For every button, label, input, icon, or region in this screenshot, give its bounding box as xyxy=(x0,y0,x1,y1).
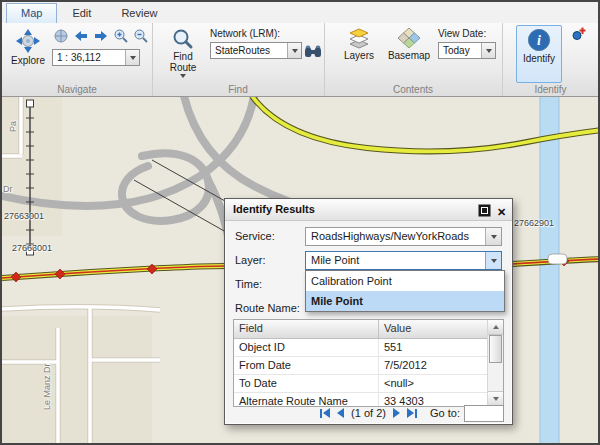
street-name-label: Dr xyxy=(3,184,13,194)
layer-value: Mile Point xyxy=(306,252,501,266)
time-label: Time: xyxy=(235,278,262,290)
previous-page-button[interactable] xyxy=(337,408,344,418)
dialog-title: Identify Results xyxy=(225,199,512,220)
page-count-text: (1 of 2) xyxy=(351,407,386,419)
network-lrm-label: Network (LRM): xyxy=(210,28,280,39)
layer-option-calibration-point[interactable]: Calibration Point xyxy=(306,271,504,291)
basemap-label: Basemap xyxy=(388,50,430,61)
table-header-row: Field Value xyxy=(234,320,488,339)
basemap-button[interactable]: Basemap xyxy=(384,25,434,83)
explore-button[interactable]: Explore xyxy=(6,25,50,83)
field-cell: To Date xyxy=(234,375,379,392)
table-row[interactable]: From Date 7/5/2012 xyxy=(234,357,488,375)
explore-icon xyxy=(15,26,41,55)
network-combo-arrow[interactable] xyxy=(287,43,301,58)
scrollbar-thumb[interactable] xyxy=(489,335,502,363)
identify-button[interactable]: i Identify xyxy=(516,25,562,83)
field-column-header[interactable]: Field xyxy=(234,320,379,338)
layers-button[interactable]: Layers xyxy=(336,25,382,83)
layer-label: Layer: xyxy=(235,254,266,266)
ribbon-group-contents: Layers Basemap View Date: Today Cont xyxy=(324,23,503,96)
value-cell: 7/5/2012 xyxy=(379,357,488,374)
field-cell: From Date xyxy=(234,357,379,374)
layer-dropdown-list: Calibration Point Mile Point xyxy=(305,270,505,312)
goto-label: Go to: xyxy=(430,407,460,419)
table-row[interactable]: Object ID 551 xyxy=(234,339,488,357)
table-row[interactable]: To Date <null> xyxy=(234,375,488,393)
identify-results-dialog: Identify Results ✕ Service: RoadsHighway… xyxy=(224,198,513,425)
find-route-dropdown-icon xyxy=(180,74,186,78)
ribbon-group-find: Find Route Network (LRM): StateRoutes Fi… xyxy=(152,23,325,96)
first-page-button[interactable] xyxy=(320,408,330,418)
tab-review[interactable]: Review xyxy=(106,3,172,23)
find-route-icon xyxy=(172,26,194,51)
attributes-table: Field Value Object ID 551 From Date 7/5/… xyxy=(233,319,504,407)
dialog-title-bar[interactable]: Identify Results ✕ xyxy=(225,199,512,221)
layer-combo[interactable]: Mile Point xyxy=(305,251,502,270)
value-cell: 551 xyxy=(379,339,488,356)
ribbon: Explore 1 : 36,112 xyxy=(2,23,598,97)
network-lrm-combo[interactable]: StateRoutes xyxy=(210,42,302,59)
last-page-button[interactable] xyxy=(407,408,417,418)
zoom-in-icon[interactable] xyxy=(112,27,130,45)
route-name-label: Route Name: xyxy=(235,302,300,314)
service-combo-arrow[interactable] xyxy=(485,228,501,245)
next-extent-icon[interactable] xyxy=(92,27,110,45)
service-value: RoadsHighways/NewYorkRoads xyxy=(306,228,501,242)
identify-route-icon[interactable] xyxy=(572,26,587,41)
find-group-label: Find xyxy=(152,84,324,95)
layer-option-mile-point[interactable]: Mile Point xyxy=(306,291,504,311)
ribbon-tab-bar: Map Edit Review xyxy=(2,2,598,23)
next-page-button[interactable] xyxy=(393,408,400,418)
navigate-icon-row xyxy=(52,27,150,45)
tab-edit[interactable]: Edit xyxy=(57,3,106,23)
scale-combo[interactable]: 1 : 36,112 xyxy=(52,49,140,66)
field-cell: Object ID xyxy=(234,339,379,356)
route-id-label: 27663001 xyxy=(4,211,44,221)
navigate-group-label: Navigate xyxy=(2,84,152,95)
value-column-header[interactable]: Value xyxy=(379,320,488,338)
find-route-label-line1: Find xyxy=(173,51,192,62)
find-route-label-line2: Route xyxy=(170,62,197,73)
layer-combo-arrow[interactable] xyxy=(485,252,501,269)
full-extent-icon[interactable] xyxy=(52,27,70,45)
ribbon-group-navigate: Explore 1 : 36,112 xyxy=(2,23,153,96)
street-name-label: Pa xyxy=(8,121,18,132)
contents-group-label: Contents xyxy=(324,84,502,95)
identify-group-label: Identify xyxy=(502,84,599,95)
table-scrollbar[interactable] xyxy=(487,320,503,406)
identify-button-label: Identify xyxy=(523,53,555,64)
route-shield xyxy=(548,254,567,264)
zoom-out-icon[interactable] xyxy=(132,27,150,45)
view-date-combo[interactable]: Today xyxy=(438,42,496,59)
basemap-icon xyxy=(398,26,420,50)
scroll-up-icon[interactable] xyxy=(488,320,503,335)
binoculars-icon[interactable] xyxy=(304,42,322,60)
explore-label: Explore xyxy=(11,55,45,66)
close-icon[interactable]: ✕ xyxy=(495,206,508,219)
route-id-label: 27663001 xyxy=(12,243,52,253)
app-window: Map Edit Review Explore xyxy=(0,0,600,445)
layers-icon xyxy=(348,26,370,50)
previous-extent-icon[interactable] xyxy=(72,27,90,45)
service-combo[interactable]: RoadsHighways/NewYorkRoads xyxy=(305,227,502,246)
tab-map[interactable]: Map xyxy=(6,3,57,23)
street-name-label: Le Manz Dr xyxy=(42,363,52,410)
goto-input[interactable] xyxy=(464,405,504,422)
value-cell: <null> xyxy=(379,375,488,392)
find-route-button[interactable]: Find Route xyxy=(160,25,206,85)
identify-icon: i xyxy=(527,26,551,53)
view-date-combo-arrow[interactable] xyxy=(481,43,495,58)
scale-combo-arrow[interactable] xyxy=(125,50,139,65)
layers-label: Layers xyxy=(344,50,374,61)
service-label: Service: xyxy=(235,230,275,242)
route-id-label: 27662901 xyxy=(514,218,554,228)
view-date-label: View Date: xyxy=(438,28,486,39)
restore-icon[interactable] xyxy=(478,203,491,221)
identify-icon-glyph: i xyxy=(537,33,541,48)
ribbon-group-identify: i Identify Identify xyxy=(502,23,599,96)
water-canal xyxy=(540,96,559,443)
